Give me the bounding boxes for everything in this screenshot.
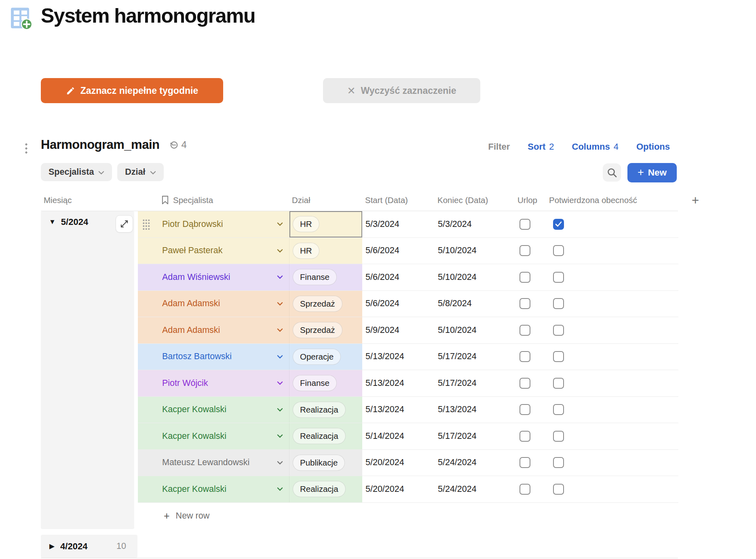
vacation-checkbox[interactable] [519, 245, 530, 256]
column-header-specialist[interactable]: Specjalista [137, 195, 289, 205]
specialist-cell[interactable]: Adam Adamski [138, 291, 289, 317]
confirmed-checkbox[interactable] [553, 378, 564, 389]
confirmed-checkbox[interactable] [553, 245, 564, 256]
start-date-cell[interactable]: 5/13/2024 [362, 397, 435, 423]
column-header-dept[interactable]: Dział [289, 195, 362, 205]
confirmed-checkbox[interactable] [553, 298, 564, 309]
sort-label: Sort [528, 142, 545, 152]
specialist-cell[interactable]: Bartosz Bartowski [138, 344, 289, 370]
dept-cell[interactable]: HR [289, 238, 362, 264]
start-date-cell[interactable]: 5/6/2024 [362, 238, 435, 264]
search-button[interactable] [603, 163, 621, 182]
specialist-cell[interactable]: Kacper Kowalski [138, 423, 289, 449]
start-date-cell[interactable]: 5/20/2024 [362, 476, 435, 502]
vacation-checkbox[interactable] [519, 378, 530, 389]
expand-record-button[interactable] [116, 215, 133, 233]
drag-handle-icon[interactable] [25, 142, 27, 154]
column-header-end[interactable]: Koniec (Data) [434, 195, 511, 205]
end-date-cell[interactable]: 5/17/2024 [435, 344, 511, 370]
column-header-month[interactable]: Miesiąc [41, 195, 137, 205]
chip-dzial[interactable]: Dział [117, 163, 163, 181]
mark-button-label: Zaznacz niepełne tygodnie [80, 85, 198, 96]
start-date-cell[interactable]: 5/3/2024 [362, 211, 435, 237]
confirmed-checkbox[interactable] [553, 457, 564, 468]
vacation-checkbox[interactable] [519, 351, 530, 362]
group-month-cell[interactable]: ▼ 5/2024 [41, 211, 134, 529]
confirmed-checkbox[interactable] [553, 351, 564, 362]
column-header-start[interactable]: Start (Data) [362, 195, 434, 205]
filter-button[interactable]: Filter [488, 142, 510, 152]
dept-cell[interactable]: Realizacja [289, 476, 362, 502]
specialist-cell[interactable]: Piotr Dąbrowski [138, 211, 289, 237]
specialist-name: Paweł Pasterak [162, 246, 222, 256]
mark-incomplete-weeks-button[interactable]: Zaznacz niepełne tygodnie [41, 78, 223, 103]
end-date-cell[interactable]: 5/8/2024 [435, 291, 511, 317]
options-button[interactable]: Options [636, 142, 670, 152]
confirmed-checkbox[interactable] [553, 404, 564, 415]
specialist-cell[interactable]: Mateusz Lewandowski [138, 450, 289, 476]
end-date-cell[interactable]: 5/13/2024 [435, 397, 511, 423]
columns-button[interactable]: Columns 4 [572, 142, 619, 152]
vacation-checkbox[interactable] [519, 431, 530, 442]
confirmed-checkbox[interactable] [553, 484, 564, 495]
sort-button[interactable]: Sort 2 [528, 142, 554, 152]
dept-cell[interactable]: Publikacje [289, 450, 362, 476]
collapse-triangle-icon[interactable]: ▼ [49, 218, 56, 226]
column-header-vacation[interactable]: Urlop [511, 195, 538, 205]
start-date-cell[interactable]: 5/13/2024 [362, 370, 435, 396]
specialist-cell[interactable]: Piotr Wójcik [138, 370, 289, 396]
dept-cell[interactable]: Finanse [289, 370, 362, 396]
vacation-checkbox[interactable] [519, 325, 530, 336]
dept-cell[interactable]: Realizacja [289, 397, 362, 423]
end-date-cell[interactable]: 5/3/2024 [435, 211, 511, 237]
group-month-cell[interactable]: ▶ 4/2024 10 [41, 535, 137, 558]
end-date-cell[interactable]: 5/24/2024 [435, 450, 511, 476]
vacation-checkbox[interactable] [519, 219, 530, 230]
dept-cell[interactable]: HR [289, 211, 362, 237]
vacation-checkbox[interactable] [519, 298, 530, 309]
end-date-cell[interactable]: 5/10/2024 [435, 264, 511, 290]
start-date-cell[interactable]: 5/6/2024 [362, 291, 435, 317]
table-add-icon [9, 6, 32, 30]
new-button-label: New [648, 167, 667, 178]
specialist-cell[interactable]: Adam Wiśniewski [138, 264, 289, 290]
specialist-cell[interactable]: Paweł Pasterak [138, 238, 289, 264]
start-date-cell[interactable]: 5/13/2024 [362, 344, 435, 370]
dept-cell[interactable]: Sprzedaż [289, 291, 362, 317]
clear-selection-button[interactable]: ✕ Wyczyść zaznaczenie [323, 78, 480, 103]
vacation-checkbox[interactable] [519, 484, 530, 495]
dept-cell[interactable]: Operacje [289, 344, 362, 370]
end-date-cell[interactable]: 5/10/2024 [435, 317, 511, 343]
dept-cell[interactable]: Finanse [289, 264, 362, 290]
start-date-cell[interactable]: 5/20/2024 [362, 450, 435, 476]
specialist-cell[interactable]: Adam Adamski [138, 317, 289, 343]
sort-count: 2 [549, 142, 554, 152]
vacation-checkbox[interactable] [519, 272, 530, 283]
specialist-cell[interactable]: Kacper Kowalski [138, 476, 289, 502]
end-date-cell[interactable]: 5/24/2024 [435, 476, 511, 502]
start-date-cell[interactable]: 5/9/2024 [362, 317, 435, 343]
specialist-cell[interactable]: Kacper Kowalski [138, 397, 289, 423]
start-date-cell[interactable]: 5/14/2024 [362, 423, 435, 449]
confirmed-checkbox[interactable] [553, 272, 564, 283]
new-row-button[interactable]: +New row [138, 503, 678, 529]
confirmed-checkbox[interactable] [553, 325, 564, 336]
dept-cell[interactable]: Sprzedaż [289, 317, 362, 343]
start-date-cell[interactable]: 5/6/2024 [362, 264, 435, 290]
end-date-cell[interactable]: 5/17/2024 [435, 370, 511, 396]
end-date-cell[interactable]: 5/10/2024 [435, 238, 511, 264]
vacation-checkbox[interactable] [519, 404, 530, 415]
expand-triangle-icon[interactable]: ▶ [49, 542, 55, 551]
check-icon [555, 221, 562, 227]
linked-records[interactable]: 4 [168, 139, 186, 150]
add-column-button[interactable]: + [692, 193, 699, 208]
column-header-confirmed[interactable]: Potwierdzona obecność [538, 195, 678, 205]
end-date-cell[interactable]: 5/17/2024 [435, 423, 511, 449]
dept-cell[interactable]: Realizacja [289, 423, 362, 449]
confirmed-checkbox[interactable] [553, 219, 564, 230]
confirmed-checkbox[interactable] [553, 431, 564, 442]
chip-specjalista[interactable]: Specjalista [41, 163, 112, 181]
vacation-checkbox[interactable] [519, 457, 530, 468]
drag-handle-icon[interactable] [142, 219, 150, 230]
new-record-button[interactable]: + New [627, 163, 677, 182]
